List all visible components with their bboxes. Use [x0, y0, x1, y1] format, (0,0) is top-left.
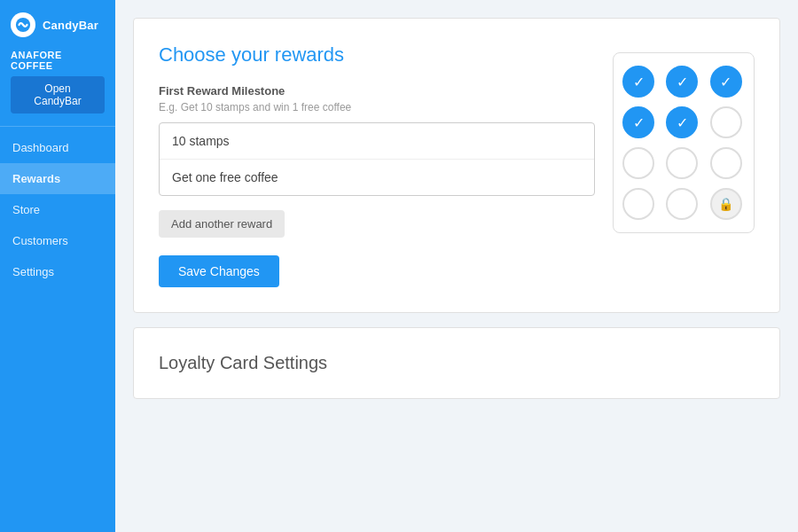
stamp-circle-9: [622, 188, 654, 220]
open-candybar-button[interactable]: Open CandyBar: [11, 76, 105, 113]
stamp-circle-10: [666, 188, 698, 220]
stamp-circle-3: ✓: [622, 106, 654, 138]
stamp-circle-4: ✓: [666, 106, 698, 138]
reward-box: 10 stamps Get one free coffee: [159, 122, 595, 196]
stamp-circle-0: ✓: [622, 66, 654, 98]
save-changes-button[interactable]: Save Changes: [159, 255, 279, 287]
loyalty-card-title: Loyalty Card Settings: [159, 353, 755, 373]
main-content: Choose your rewards First Reward Milesto…: [115, 0, 798, 532]
stamp-circle-11: 🔒: [710, 188, 742, 220]
stamp-circle-6: [622, 147, 654, 179]
sidebar-item-dashboard[interactable]: Dashboard: [0, 132, 115, 163]
sidebar-item-rewards[interactable]: Rewards: [0, 163, 115, 194]
sidebar-logo: CandyBar: [0, 0, 115, 46]
add-reward-button[interactable]: Add another reward: [159, 210, 285, 238]
sidebar-item-store[interactable]: Store: [0, 194, 115, 225]
loyalty-card: Loyalty Card Settings: [133, 327, 780, 399]
stamp-circle-8: [710, 147, 742, 179]
rewards-left-panel: Choose your rewards First Reward Milesto…: [159, 43, 595, 287]
sidebar-divider: [0, 126, 115, 127]
rewards-title: Choose your rewards: [159, 43, 595, 66]
sidebar-item-customers[interactable]: Customers: [0, 225, 115, 256]
stamp-circle-2: ✓: [710, 66, 742, 98]
stamps-row: 10 stamps: [160, 123, 594, 160]
stamp-circle-1: ✓: [666, 66, 698, 98]
sidebar-item-settings[interactable]: Settings: [0, 256, 115, 287]
rewards-layout: Choose your rewards First Reward Milesto…: [159, 43, 755, 287]
reward-description-row: Get one free coffee: [160, 160, 594, 195]
shop-name: ANAFORE COFFEE: [0, 46, 115, 76]
stamp-card-visual: ✓✓✓✓✓🔒: [613, 52, 755, 233]
sidebar: CandyBar ANAFORE COFFEE Open CandyBar Da…: [0, 0, 115, 532]
candybar-logo-icon: [11, 12, 35, 37]
stamp-circle-5: [710, 106, 742, 138]
first-reward-hint: E.g. Get 10 stamps and win 1 free coffee: [159, 101, 595, 113]
rewards-card: Choose your rewards First Reward Milesto…: [133, 18, 780, 313]
brand-name: CandyBar: [43, 19, 98, 32]
first-reward-label: First Reward Milestone: [159, 84, 595, 98]
stamp-circle-7: [666, 147, 698, 179]
